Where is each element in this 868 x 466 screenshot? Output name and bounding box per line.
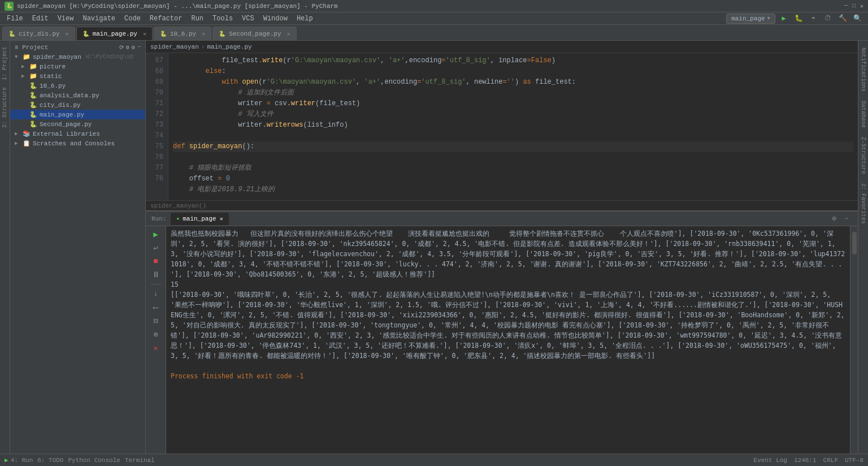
tree-city-dis[interactable]: 🐍 city_dis.py (10, 100, 145, 110)
python-file-icon: 🐍 (29, 82, 37, 89)
menu-run[interactable]: Run (186, 14, 208, 24)
code-content[interactable]: file_test.write(r'G:\maoyan\maoyan.csv',… (168, 53, 858, 200)
menu-refactor[interactable]: Refactor (145, 14, 187, 24)
project-name: spider_maoyan (33, 54, 81, 61)
run-close-button[interactable]: ✕ (150, 342, 162, 353)
menu-view[interactable]: View (53, 14, 79, 24)
debug-button[interactable]: 🐛 (792, 12, 805, 25)
run-play-button[interactable]: ▶ (150, 228, 162, 240)
run-pause-button[interactable]: ⏸ (150, 269, 162, 281)
run-rerun-button[interactable]: ↩ (150, 242, 162, 253)
favorites-tab[interactable]: 2: Favorites (859, 179, 867, 228)
code-editor[interactable]: 67 68 69 70 71 72 73 74 75 76 77 78 file… (146, 53, 858, 200)
tree-scratches[interactable]: ▶ 📋 Scratches and Consoles (10, 139, 145, 148)
project-header: ≡ Project ⟳ ⚙ ⚙ − (10, 43, 145, 52)
breadcrumb-sep: › (201, 44, 205, 50)
run-left-controls: ▶ ↩ ■ ⏸ ↓ ⟵ ⊟ ⊕ ✕ (146, 226, 166, 454)
gear-icon[interactable]: ⚙ (132, 44, 135, 51)
tree-analysis-data[interactable]: 🐍 analysis_data.py (10, 90, 145, 100)
run-tab-close[interactable]: ✕ (220, 215, 223, 222)
profile-button[interactable]: ⏱ (822, 12, 834, 25)
tree-picture[interactable]: ▶ 📁 picture (10, 62, 145, 71)
tree-main-page[interactable]: 🐍 main_page.py (10, 110, 145, 119)
scratch-icon: 📋 (23, 140, 31, 147)
run-filter[interactable]: ⊟ (150, 315, 162, 326)
tab-close-main-page[interactable]: ✕ (143, 31, 146, 37)
run-wraplines[interactable]: ⟵ (150, 301, 162, 313)
python-file-icon: 🐍 (29, 120, 37, 128)
tab-main-page[interactable]: 🐍 main_page.py ✕ (76, 27, 153, 40)
terminal-tab[interactable]: Terminal (125, 457, 155, 464)
maximize-button[interactable]: □ (852, 3, 856, 10)
run-panel: Run: ● main_page ✕ ⚙ − ▶ ↩ ■ ⏸ (146, 210, 858, 454)
menu-help[interactable]: Help (292, 14, 318, 24)
build-button[interactable]: 🔨 (836, 12, 849, 25)
run-tab-main-page[interactable]: ● main_page ✕ (171, 213, 228, 225)
run-bottom-tab[interactable]: ▶ 4: Run (5, 456, 33, 464)
tree-second-page[interactable]: 🐍 Second_page.py (10, 119, 145, 129)
breadcrumb: spider_maoyan › main_page.py (146, 41, 858, 53)
python-file-icon: 🐍 (29, 111, 37, 118)
menu-edit[interactable]: Edit (28, 14, 53, 24)
python-console-tab[interactable]: Python Console (68, 457, 120, 464)
encoding[interactable]: UTF-8 (845, 457, 863, 464)
tree-root[interactable]: ▼ 📁 spider_maoyan H:\PyCoding\sp (10, 52, 145, 62)
menu-navigate[interactable]: Navigate (78, 14, 120, 24)
run-config-dropdown[interactable]: main_page ▼ (726, 14, 775, 24)
folder-label: picture (40, 63, 66, 70)
run-scrollbar[interactable] (850, 226, 858, 454)
menu-file[interactable]: File (2, 14, 28, 24)
file-label: city_dis.py (40, 102, 81, 109)
menu-window[interactable]: Window (259, 14, 292, 24)
close-button[interactable]: ✕ (860, 3, 863, 10)
coverage-button[interactable]: ☂ (807, 12, 819, 25)
menu-code[interactable]: Code (120, 14, 145, 24)
window-controls[interactable]: ─ □ ✕ (844, 3, 863, 10)
run-output[interactable]: 虽然我也抵制校园暴力 但这部片真的没有很好的演绎出那么伤心个绝望 演技看着挺尴尬… (166, 226, 850, 454)
tree-10-6[interactable]: 🐍 10_6.py (10, 81, 145, 90)
run-scroll-end[interactable]: ↓ (150, 288, 162, 299)
tree-external-libraries[interactable]: ▶ 📚 External Libraries (10, 129, 145, 139)
expand-arrow: ▼ (15, 54, 20, 60)
tab-close-city-dis[interactable]: ✕ (66, 31, 69, 37)
terminal-label: Terminal (125, 457, 155, 464)
event-log[interactable]: Event Log (754, 457, 787, 464)
z-structure-tab[interactable]: Z-Structure (859, 132, 867, 179)
run-stop-button[interactable]: ■ (150, 256, 162, 267)
minimize-button[interactable]: ─ (844, 3, 848, 10)
todo-bottom-tab[interactable]: 6: TODO (37, 457, 63, 464)
tab-10-6[interactable]: 🐍 10_6.py ✕ (154, 27, 211, 40)
todo-label: 6: TODO (37, 457, 63, 464)
run-tab-label: main_page (183, 215, 216, 222)
sync-icon[interactable]: ⟳ (119, 44, 124, 51)
search-everywhere[interactable]: 🔍 (851, 12, 863, 25)
title-bar: 🐍 spider_maoyan [H:\PyCoding\spider_maoy… (0, 0, 868, 12)
menu-vcs[interactable]: VCS (237, 14, 259, 24)
tree-static[interactable]: ▶ 📁 static (10, 71, 145, 81)
tab-label: city_dis.py (19, 31, 60, 37)
run-expand[interactable]: ⊕ (150, 329, 162, 340)
python-icon: 🐍 (83, 31, 89, 37)
run-settings-icon[interactable]: ⚙ (830, 214, 839, 223)
tab-city-dis[interactable]: 🐍 city_dis.py ✕ (2, 27, 75, 40)
project-tab[interactable]: 1: Project (1, 43, 9, 84)
database-tab[interactable]: Database (859, 96, 867, 132)
line-sep[interactable]: CRLF (823, 457, 838, 464)
notifications-tab[interactable]: Notifications (859, 43, 867, 96)
run-minimize-icon[interactable]: − (842, 214, 851, 223)
menu-tools[interactable]: Tools (208, 14, 237, 24)
settings-icon[interactable]: ⚙ (126, 44, 129, 51)
project-path: H:\PyCoding\sp (86, 54, 133, 60)
menu-bar: File Edit View Navigate Code Refactor Ru… (0, 12, 868, 25)
run-tab-bar: Run: ● main_page ✕ ⚙ − (146, 212, 858, 226)
structure-tab[interactable]: 2: Structure (1, 84, 9, 131)
tab-close-10-6[interactable]: ✕ (202, 31, 205, 37)
collapse-icon[interactable]: − (137, 44, 141, 51)
tab-close-second-page[interactable]: ✕ (287, 31, 290, 37)
folder-icon: 📁 (29, 72, 37, 80)
tab-second-page[interactable]: 🐍 Second_page.py ✕ (212, 27, 296, 40)
python-file-icon: 🐍 (29, 101, 37, 109)
tab-label: main_page.py (93, 31, 137, 37)
library-icon: 📚 (23, 130, 31, 137)
run-button[interactable]: ▶ (778, 12, 790, 25)
